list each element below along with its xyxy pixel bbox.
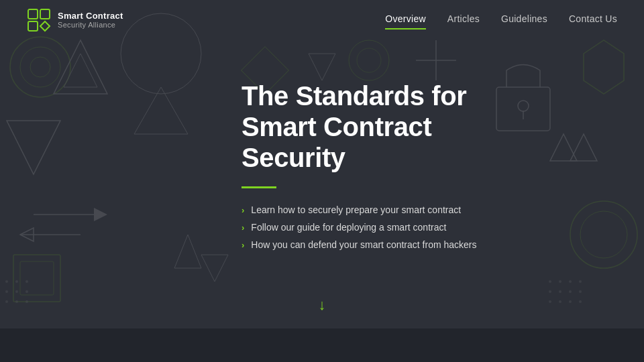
logo-title: Smart Contract [58,11,123,21]
svg-point-20 [25,300,28,303]
nav-articles[interactable]: Articles [447,13,480,27]
svg-point-33 [549,290,551,293]
svg-point-29 [549,280,551,283]
logo-text: Smart Contract Security Alliance [58,11,123,30]
svg-point-1 [20,47,60,87]
hero-list-item-2: Follow our guide for deploying a smart c… [251,222,446,233]
list-item: › How you can defend your smart contract… [241,239,590,250]
hero-divider [241,186,276,188]
list-item: › Follow our guide for deploying a smart… [241,222,590,233]
svg-point-18 [5,300,8,303]
svg-rect-11 [20,261,54,295]
svg-point-31 [569,280,572,283]
hero-title-line3: Security [241,143,345,172]
svg-marker-50 [201,255,228,282]
svg-point-19 [15,300,18,303]
chevron-right-icon: › [241,223,244,233]
svg-point-39 [569,300,572,303]
svg-point-37 [549,300,551,303]
header: Smart Contract Security Alliance Overvie… [0,0,644,40]
svg-point-16 [15,290,18,293]
nav-overview[interactable]: Overview [385,13,426,27]
nav-contact-us[interactable]: Contact Us [569,13,617,27]
svg-point-13 [15,280,18,283]
svg-point-15 [5,290,8,293]
hero-title-line1: The Standards for [241,81,466,111]
hero-list: › Learn how to securely prepare your sma… [241,204,590,250]
logo: Smart Contract Security Alliance [27,8,123,32]
list-item: › Learn how to securely prepare your sma… [241,204,590,215]
svg-rect-52 [40,9,50,19]
scroll-down-button[interactable]: ↓ [319,296,326,314]
svg-rect-51 [28,9,38,19]
chevron-right-icon: › [241,240,244,250]
svg-point-2 [30,57,50,77]
chevron-right-icon: › [241,205,244,215]
svg-point-30 [559,280,561,283]
logo-subtitle: Security Alliance [58,21,123,29]
svg-point-34 [559,290,561,293]
svg-rect-53 [28,21,38,31]
hero-list-item-3: How you can defend your smart contract f… [251,239,476,250]
svg-point-35 [569,290,572,293]
svg-point-36 [579,290,582,293]
svg-marker-49 [174,235,201,268]
logo-icon [27,8,51,32]
hero-section: The Standards for Smart Contract Securit… [215,40,617,250]
arrow-down-icon: ↓ [319,296,326,313]
bottom-bar [0,328,644,362]
svg-point-0 [10,37,70,97]
svg-point-38 [559,300,561,303]
hero-list-item-1: Learn how to securely prepare your smart… [251,204,461,215]
nav-guidelines[interactable]: Guidelines [501,13,547,27]
svg-point-17 [25,290,28,293]
svg-point-40 [579,300,582,303]
hero-title: The Standards for Smart Contract Securit… [241,80,590,173]
svg-marker-7 [94,208,107,221]
main-nav: Overview Articles Guidelines Contact Us [385,13,617,27]
svg-marker-5 [7,121,60,174]
svg-point-32 [579,280,582,283]
svg-point-14 [25,280,28,283]
svg-marker-3 [54,40,107,94]
svg-point-12 [5,280,8,283]
hero-title-line2: Smart Contract [241,112,431,141]
